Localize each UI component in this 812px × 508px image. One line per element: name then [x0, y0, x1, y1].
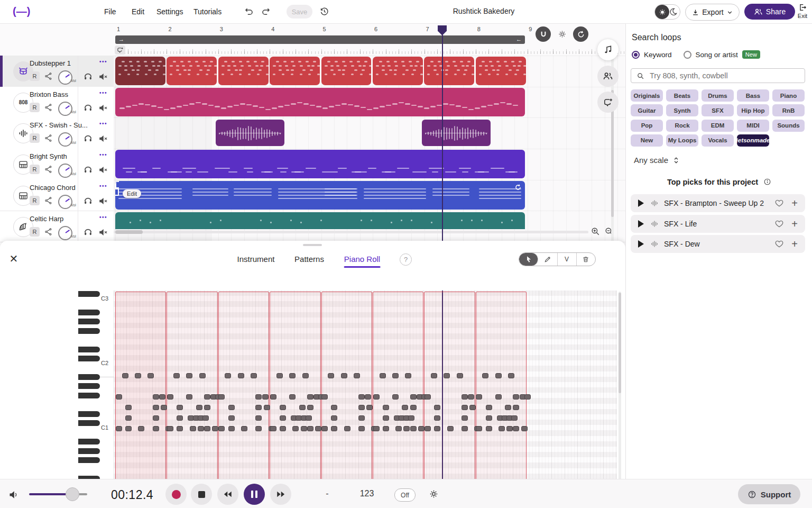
midi-note[interactable] [159, 394, 165, 400]
favorite-heart-icon[interactable] [774, 219, 784, 229]
midi-note[interactable] [307, 426, 313, 431]
tag-bass[interactable]: Bass [737, 89, 769, 102]
velocity-tool[interactable]: V [558, 253, 577, 266]
tag-jetsonmade[interactable]: jetsonmade [737, 134, 769, 147]
headphones-solo-icon[interactable] [84, 103, 93, 112]
favorite-heart-icon[interactable] [774, 198, 784, 208]
search-input[interactable] [649, 71, 799, 80]
midi-note[interactable] [462, 394, 468, 400]
midi-note[interactable] [447, 426, 454, 431]
track-header-sfx-swish-su-[interactable]: SFX - Swish - Su...•••RVol [0, 117, 114, 149]
midi-note[interactable] [344, 426, 350, 431]
midi-note[interactable] [292, 426, 299, 431]
midi-note[interactable] [270, 394, 276, 400]
add-loop-icon[interactable]: + [791, 239, 798, 249]
track-header-chicago-chord[interactable]: Chicago Chord•••RVol [0, 180, 114, 212]
midi-note[interactable] [280, 405, 286, 410]
midi-note[interactable] [198, 426, 204, 431]
black-key[interactable] [78, 448, 100, 454]
midi-note[interactable] [486, 415, 492, 421]
midi-note[interactable] [204, 426, 210, 431]
midi-note[interactable] [167, 426, 173, 431]
midi-note[interactable] [358, 394, 365, 400]
loop-item[interactable]: SFX - Dew+ [631, 235, 805, 253]
clip-left-handle[interactable] [115, 181, 119, 188]
midi-note[interactable] [513, 394, 519, 400]
headphones-solo-icon[interactable] [84, 196, 93, 205]
midi-note[interactable] [199, 373, 206, 378]
midi-note[interactable] [153, 415, 159, 421]
mute-speaker-icon[interactable] [98, 134, 108, 143]
tag-rock[interactable]: Rock [666, 120, 698, 132]
midi-note[interactable] [125, 426, 132, 431]
panel-drag-handle[interactable] [303, 244, 322, 246]
tag-beats[interactable]: Beats [666, 89, 698, 102]
synth-clip[interactable] [115, 150, 525, 178]
menu-tutorials[interactable]: Tutorials [193, 7, 222, 16]
drum-clip[interactable] [115, 57, 165, 85]
loop-left-arrow-icon[interactable]: → [118, 36, 124, 42]
midi-note[interactable] [321, 426, 328, 431]
song-or-artist-radio[interactable] [684, 51, 691, 59]
midi-note[interactable] [383, 405, 389, 410]
menu-edit[interactable]: Edit [132, 7, 144, 16]
piano-keyboard[interactable]: C3C2C1 [78, 291, 114, 479]
midi-note[interactable] [177, 426, 183, 431]
midi-note[interactable] [358, 415, 365, 421]
midi-note[interactable] [457, 373, 463, 378]
moon-icon[interactable] [669, 7, 678, 16]
midi-note[interactable] [315, 426, 321, 431]
loop-right-arrow-icon[interactable]: ← [516, 36, 522, 42]
loops-panel-button[interactable] [597, 39, 619, 60]
midi-note[interactable] [228, 415, 235, 421]
black-key[interactable] [78, 347, 100, 352]
midi-note[interactable] [365, 394, 371, 400]
mute-speaker-icon[interactable] [98, 228, 108, 237]
app-logo[interactable]: (—) [13, 5, 30, 17]
master-volume-icon[interactable] [8, 489, 19, 500]
midi-note[interactable] [431, 373, 437, 378]
midi-note[interactable] [264, 405, 270, 410]
midi-note[interactable] [116, 426, 122, 431]
midi-note[interactable] [255, 394, 262, 400]
midi-note[interactable] [307, 394, 313, 400]
arm-record-button[interactable]: R [30, 227, 40, 237]
favorite-heart-icon[interactable] [774, 239, 784, 249]
midi-note[interactable] [212, 426, 218, 431]
track-settings-gear-icon[interactable] [558, 30, 567, 39]
play-icon[interactable] [638, 240, 644, 248]
midi-note[interactable] [462, 426, 468, 431]
midi-note[interactable] [341, 373, 347, 378]
sfx-clip[interactable] [216, 120, 284, 146]
arm-record-button[interactable]: R [30, 133, 40, 143]
midi-note[interactable] [495, 373, 502, 378]
tag-my-loops[interactable]: My Loops [666, 134, 698, 147]
export-button[interactable]: Export [685, 4, 740, 21]
midi-note[interactable] [331, 405, 337, 410]
automation-icon[interactable] [44, 228, 53, 236]
zoom-in-icon[interactable] [590, 226, 600, 236]
midi-note[interactable] [280, 415, 286, 421]
midi-note[interactable] [204, 394, 210, 400]
midi-note[interactable] [505, 405, 511, 410]
midi-note[interactable] [462, 405, 468, 410]
track-header-celtic-harp[interactable]: Celtic Harp•••RVol [0, 211, 114, 243]
add-loop-icon[interactable]: + [791, 198, 798, 208]
piano-roll-grid[interactable] [114, 291, 617, 479]
midi-note[interactable] [513, 426, 519, 431]
pattern-region[interactable] [373, 292, 423, 479]
headphones-solo-icon[interactable] [84, 228, 93, 237]
midi-note[interactable] [418, 426, 425, 431]
save-button[interactable]: Save [287, 5, 312, 19]
midi-note[interactable] [383, 426, 389, 431]
drum-clip[interactable] [167, 57, 217, 85]
tag-pop[interactable]: Pop [631, 120, 663, 132]
redo-icon[interactable] [261, 7, 271, 16]
midi-note[interactable] [402, 405, 408, 410]
pencil-tool[interactable] [538, 253, 557, 266]
harp-clip[interactable] [115, 212, 525, 229]
record-button[interactable] [165, 484, 187, 505]
midi-note[interactable] [425, 426, 431, 431]
chord-clip-selected[interactable] [115, 181, 525, 210]
black-key[interactable] [78, 328, 100, 334]
